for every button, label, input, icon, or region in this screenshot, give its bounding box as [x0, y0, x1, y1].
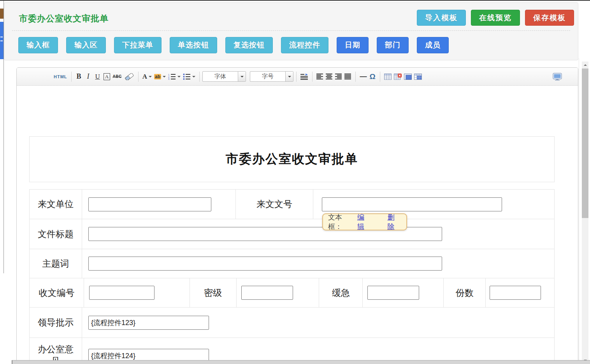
urgency-input[interactable]	[367, 286, 419, 300]
flow-control-button[interactable]: 流程控件	[281, 37, 328, 53]
align-justify-icon	[344, 74, 351, 79]
chevron-down-icon	[177, 76, 181, 79]
font-family-select[interactable]: 字体	[202, 71, 246, 82]
italic-button[interactable]: I	[84, 72, 93, 82]
eraser-button[interactable]	[123, 72, 135, 82]
toolbar-separator	[312, 72, 313, 82]
delete-table-button[interactable]	[393, 72, 403, 82]
table-properties-icon	[404, 74, 412, 80]
date-button[interactable]: 日期	[337, 37, 369, 53]
label-copies-count: 份数	[444, 278, 486, 308]
sliver-mark	[0, 40, 3, 41]
editor-content[interactable]: 市委办公室收文审批单 来文单位 来文文号 文件标题	[17, 86, 578, 364]
label-urgency: 缓急	[319, 278, 363, 308]
window-top-edge	[0, 0, 590, 1]
background-window-sliver	[0, 1, 4, 364]
insert-table-button[interactable]	[383, 72, 393, 82]
radio-button-button[interactable]: 单选按钮	[170, 37, 217, 53]
arrow-up-icon	[584, 63, 587, 66]
table-properties-button[interactable]	[403, 72, 413, 82]
cell-leader-instructions	[82, 308, 555, 338]
copies-count-input[interactable]	[490, 286, 541, 300]
document-number-input[interactable]	[322, 197, 502, 211]
cell-secrecy-level	[237, 278, 320, 308]
input-box-button[interactable]: 输入框	[18, 37, 58, 53]
select-dropdown-button[interactable]	[285, 72, 293, 81]
align-left-button[interactable]	[315, 72, 325, 82]
label-incoming-unit: 来文单位	[30, 190, 82, 219]
cell-incoming-unit	[82, 190, 236, 219]
monitor-icon	[553, 73, 562, 81]
unordered-list-icon	[183, 73, 191, 80]
dropdown-menu-button[interactable]: 下拉菜单	[114, 37, 162, 53]
chevron-down-icon	[288, 76, 291, 79]
header-actions: 导入模板 在线预览 保存模板	[417, 10, 574, 26]
label-document-number: 来文文号	[236, 190, 314, 219]
label-subject-words: 主题词	[30, 249, 82, 278]
leader-instructions-input[interactable]	[88, 316, 209, 330]
highlight-color-button[interactable]: ab	[153, 72, 167, 82]
chevron-down-icon	[149, 76, 152, 79]
delete-widget-link[interactable]: 删除	[388, 213, 402, 231]
align-justify-button[interactable]	[343, 72, 353, 82]
scroll-up-button[interactable]	[582, 62, 588, 68]
ordered-list-button[interactable]: 1 2 3	[167, 72, 182, 82]
background-window-bottom-edge	[12, 360, 590, 364]
table-row: 主题词	[30, 249, 555, 278]
html-source-button[interactable]: HTML	[53, 72, 68, 82]
subject-words-input[interactable]	[88, 257, 442, 271]
fullscreen-button[interactable]	[551, 72, 563, 82]
toolbar-separator	[355, 72, 356, 82]
vertical-scrollbar[interactable]	[582, 62, 588, 364]
special-char-button[interactable]: Ω	[368, 72, 377, 82]
unordered-list-button[interactable]	[182, 72, 197, 82]
toolbar-separator	[380, 72, 380, 82]
scroll-gutter	[579, 58, 590, 364]
font-color-button[interactable]: A	[141, 72, 153, 82]
form-table: 来文单位 来文文号 文件标题 主题词	[29, 189, 555, 364]
sliver-brown-block	[0, 9, 4, 19]
horizontal-rule-button[interactable]: —	[358, 72, 368, 82]
component-button-row: 输入框 输入区 下拉菜单 单选按钮 复选按钮 流程控件 日期 部门 成员	[18, 37, 449, 53]
online-preview-button[interactable]: 在线预览	[471, 10, 520, 26]
table-icon	[384, 74, 392, 80]
member-button[interactable]: 成员	[417, 37, 449, 53]
align-right-icon	[335, 74, 342, 79]
cell-properties-icon	[414, 74, 422, 80]
receipt-number-input[interactable]	[89, 286, 155, 300]
align-center-icon	[326, 74, 333, 79]
table-row: 领导批示	[30, 308, 555, 338]
toolbar-separator	[296, 72, 297, 82]
tooltip-label: 文本框：	[328, 213, 356, 231]
underline-button[interactable]: U	[93, 72, 102, 82]
cell-receipt-number	[84, 278, 190, 308]
import-template-button[interactable]: 导入模板	[417, 10, 466, 26]
delete-table-icon	[394, 74, 402, 80]
cell-properties-button[interactable]	[413, 72, 423, 82]
align-right-button[interactable]	[334, 72, 343, 82]
strikethrough-button[interactable]: ABC	[112, 72, 123, 82]
table-row: 来文单位 来文文号	[30, 190, 555, 219]
font-size-select[interactable]: 字号	[250, 71, 293, 82]
edit-widget-link[interactable]: 编辑	[357, 213, 371, 231]
indent-button[interactable]	[299, 72, 309, 82]
input-area-button[interactable]: 输入区	[66, 37, 106, 53]
header-panel: 市委办公室收文审批单 导入模板 在线预览 保存模板 输入框 输入区 下拉菜单 单…	[4, 2, 578, 60]
border-text-button[interactable]: A	[104, 73, 110, 80]
scrollbar-thumb[interactable]	[582, 69, 588, 218]
cell-document-title	[82, 219, 555, 249]
form-title-box: 市委办公室收文审批单	[29, 136, 555, 182]
secrecy-level-input[interactable]	[241, 286, 293, 300]
cell-urgency	[363, 278, 444, 308]
sliver-mark	[0, 37, 3, 37]
department-button[interactable]: 部门	[377, 37, 409, 53]
save-template-button[interactable]: 保存模板	[525, 10, 574, 26]
indent-icon	[300, 74, 308, 80]
page-title: 市委办公室收文审批单	[19, 13, 109, 25]
chevron-down-icon	[163, 76, 166, 79]
select-dropdown-button[interactable]	[238, 72, 246, 81]
incoming-unit-input[interactable]	[88, 197, 211, 211]
checkbox-button[interactable]: 复选按钮	[225, 37, 273, 53]
align-center-button[interactable]	[325, 72, 334, 82]
bold-button[interactable]: B	[74, 72, 84, 82]
